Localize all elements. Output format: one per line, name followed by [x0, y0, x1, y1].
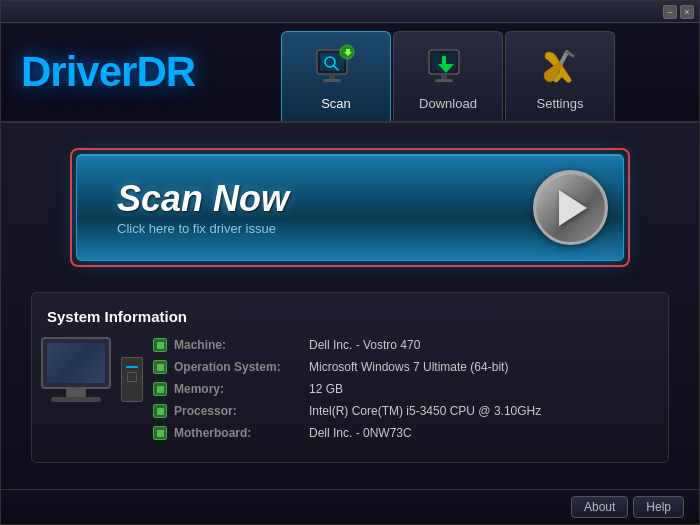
info-row-processor: Processor: Intel(R) Core(TM) i5-3450 CPU…	[152, 403, 653, 419]
info-row-motherboard: Motherboard: Dell Inc. - 0NW73C	[152, 425, 653, 441]
titlebar: – ×	[1, 1, 699, 23]
scan-sub-label: Click here to fix driver issue	[117, 221, 533, 236]
motherboard-icon	[152, 425, 168, 441]
tab-settings[interactable]: Settings	[505, 31, 615, 121]
base-graphic	[51, 397, 101, 402]
motherboard-value: Dell Inc. - 0NW73C	[309, 426, 412, 440]
footer: About Help	[1, 489, 699, 524]
info-table: Machine: Dell Inc. - Vostro 470 Operatio…	[152, 337, 653, 447]
svg-rect-10	[435, 79, 453, 82]
memory-value: 12 GB	[309, 382, 343, 396]
play-button[interactable]	[533, 170, 608, 245]
memory-label: Memory:	[174, 382, 309, 396]
header: DriverDR	[1, 23, 699, 123]
info-row-os: Operation System: Microsoft Windows 7 Ul…	[152, 359, 653, 375]
download-tab-label: Download	[419, 96, 477, 111]
download-tab-icon	[424, 43, 472, 91]
scan-tab-label: Scan	[321, 96, 351, 111]
svg-line-14	[567, 52, 573, 56]
machine-label: Machine:	[174, 338, 309, 352]
motherboard-label: Motherboard:	[174, 426, 309, 440]
logo-area: DriverDR	[1, 23, 271, 121]
settings-tab-label: Settings	[537, 96, 584, 111]
svg-rect-5	[323, 79, 341, 82]
svg-rect-11	[442, 56, 446, 64]
processor-icon	[152, 403, 168, 419]
play-triangle-icon	[559, 190, 587, 226]
close-button[interactable]: ×	[680, 5, 694, 19]
scan-button-wrapper[interactable]: Scan Now Click here to fix driver issue	[70, 148, 630, 267]
system-info-section: System Information	[31, 292, 669, 463]
app-logo: DriverDR	[21, 48, 195, 96]
scan-now-label: Scan Now	[117, 179, 533, 219]
settings-tab-icon	[536, 43, 584, 91]
scan-tab-icon	[312, 43, 360, 91]
system-info-title: System Information	[47, 308, 653, 325]
svg-rect-4	[329, 74, 335, 79]
tower-graphic	[121, 357, 143, 402]
help-button[interactable]: Help	[633, 496, 684, 518]
tab-scan[interactable]: Scan	[281, 31, 391, 121]
os-icon	[152, 359, 168, 375]
processor-value: Intel(R) Core(TM) i5-3450 CPU @ 3.10GHz	[309, 404, 541, 418]
machine-icon	[152, 337, 168, 353]
computer-graphic	[41, 337, 143, 402]
info-row-machine: Machine: Dell Inc. - Vostro 470	[152, 337, 653, 353]
tab-download[interactable]: Download	[393, 31, 503, 121]
screen-graphic	[47, 343, 105, 383]
main-window: – × DriverDR	[0, 0, 700, 525]
nav-tabs: Scan Download	[271, 23, 699, 121]
machine-value: Dell Inc. - Vostro 470	[309, 338, 420, 352]
stand-graphic	[66, 389, 86, 397]
processor-label: Processor:	[174, 404, 309, 418]
memory-icon	[152, 381, 168, 397]
monitor-graphic	[41, 337, 111, 389]
system-info-content: Machine: Dell Inc. - Vostro 470 Operatio…	[47, 337, 653, 447]
minimize-button[interactable]: –	[663, 5, 677, 19]
svg-rect-1	[320, 53, 344, 71]
scan-text-area: Scan Now Click here to fix driver issue	[117, 179, 533, 237]
os-value: Microsoft Windows 7 Ultimate (64-bit)	[309, 360, 508, 374]
os-label: Operation System:	[174, 360, 309, 374]
scan-now-button[interactable]: Scan Now Click here to fix driver issue	[76, 154, 624, 261]
info-row-memory: Memory: 12 GB	[152, 381, 653, 397]
computer-illustration	[47, 337, 137, 447]
svg-rect-9	[441, 74, 447, 79]
main-content: Scan Now Click here to fix driver issue	[1, 123, 699, 267]
about-button[interactable]: About	[571, 496, 628, 518]
